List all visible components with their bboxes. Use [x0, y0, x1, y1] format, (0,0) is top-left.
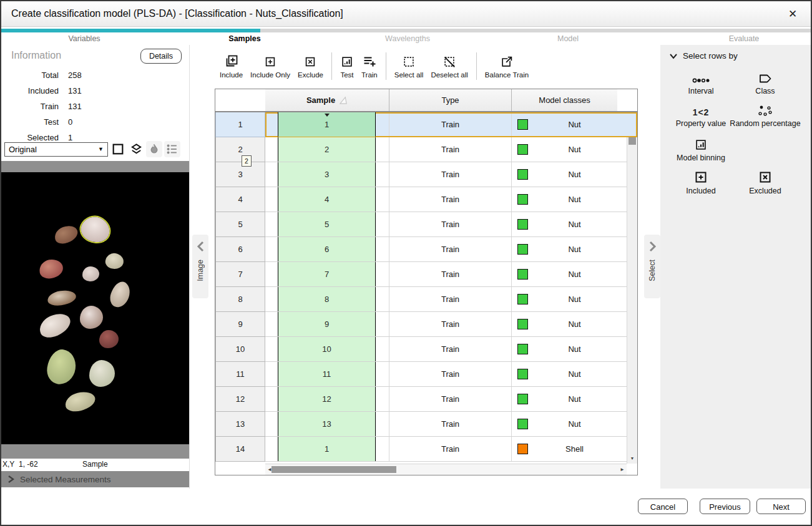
- sample-value-cell[interactable]: 3: [278, 162, 376, 187]
- row-number-cell[interactable]: 3: [215, 162, 265, 187]
- step-model[interactable]: Model: [557, 34, 579, 43]
- sample-cell[interactable]: 10: [265, 337, 389, 361]
- sample-cell[interactable]: 5: [265, 212, 389, 236]
- select-rows-by-header[interactable]: Select rows by: [669, 51, 738, 61]
- type-cell[interactable]: Train: [389, 287, 512, 311]
- sample-value-cell[interactable]: 11: [278, 362, 376, 386]
- model-class-cell[interactable]: Nut: [512, 112, 637, 137]
- close-icon[interactable]: ✕: [785, 6, 801, 22]
- image-view-dropdown[interactable]: Original ▼: [4, 142, 108, 157]
- model-class-cell[interactable]: Shell: [512, 437, 637, 461]
- type-cell[interactable]: Train: [389, 237, 512, 261]
- type-cell[interactable]: Train: [389, 337, 512, 361]
- test-button[interactable]: Test: [336, 52, 358, 79]
- model-class-cell[interactable]: Nut: [512, 362, 637, 386]
- type-cell[interactable]: Train: [389, 312, 512, 336]
- model-class-cell[interactable]: Nut: [512, 412, 637, 436]
- type-cell[interactable]: Train: [389, 162, 512, 187]
- row-number-cell[interactable]: 11: [215, 362, 265, 387]
- sample-value-cell[interactable]: 2: [278, 137, 376, 162]
- model-class-cell[interactable]: Nut: [512, 187, 637, 212]
- type-cell[interactable]: Train: [389, 112, 512, 137]
- sample-value-cell[interactable]: 8: [278, 287, 376, 311]
- row-number-cell[interactable]: 7: [215, 262, 265, 287]
- horizontal-scroll-thumb[interactable]: [271, 466, 396, 473]
- type-cell[interactable]: Train: [389, 437, 512, 461]
- select-by-model-binning[interactable]: Model binning: [660, 137, 741, 162]
- type-cell[interactable]: Train: [389, 262, 512, 286]
- type-cell[interactable]: Train: [389, 187, 512, 212]
- image-scrollbar-top[interactable]: [1, 161, 189, 172]
- corner-header-cell[interactable]: [215, 89, 265, 111]
- selected-measurements-section[interactable]: Selected Measurements: [1, 471, 189, 487]
- model-class-cell[interactable]: Nut: [512, 162, 637, 187]
- model-class-cell[interactable]: Nut: [512, 387, 637, 411]
- droplet-icon[interactable]: [146, 141, 162, 157]
- sample-value-cell[interactable]: 7: [278, 262, 376, 286]
- type-cell[interactable]: Train: [389, 387, 512, 411]
- row-number-cell[interactable]: 9: [215, 312, 265, 337]
- include-only-button[interactable]: Include Only: [247, 52, 294, 79]
- rectangle-select-icon[interactable]: [110, 141, 126, 157]
- type-column-header[interactable]: Type: [389, 89, 512, 111]
- include-button[interactable]: Include: [216, 52, 247, 79]
- sample-cell[interactable]: 1: [265, 437, 389, 461]
- row-number-cell[interactable]: 12: [215, 387, 265, 412]
- model-class-cell[interactable]: Nut: [512, 337, 637, 361]
- row-number-cell[interactable]: 14: [215, 437, 265, 462]
- type-cell[interactable]: Train: [389, 412, 512, 436]
- sample-value-cell[interactable]: 10: [278, 337, 376, 361]
- select-all-button[interactable]: Select all: [391, 52, 428, 79]
- model-class-cell[interactable]: Nut: [512, 237, 637, 261]
- step-evaluate[interactable]: Evaluate: [729, 34, 760, 43]
- type-cell[interactable]: Train: [389, 137, 512, 162]
- model-class-cell[interactable]: Nut: [512, 262, 637, 286]
- sample-value-cell[interactable]: 4: [278, 187, 376, 212]
- sample-column-header[interactable]: Sample: [265, 89, 389, 111]
- row-number-cell[interactable]: 8: [215, 287, 265, 312]
- select-collapse-tab[interactable]: Select: [644, 235, 660, 298]
- details-button[interactable]: Details: [140, 49, 182, 64]
- row-number-cell[interactable]: 13: [215, 412, 265, 437]
- sample-value-cell[interactable]: 6: [278, 237, 376, 261]
- step-wavelengths[interactable]: Wavelengths: [385, 34, 430, 43]
- image-collapse-tab[interactable]: Image: [192, 235, 208, 298]
- layers-icon[interactable]: [128, 141, 144, 157]
- model-classes-column-header[interactable]: Model classes: [512, 89, 617, 111]
- sample-cell[interactable]: 6: [265, 237, 389, 261]
- model-class-cell[interactable]: Nut: [512, 137, 637, 162]
- select-excluded[interactable]: Excluded: [725, 170, 806, 195]
- sample-cell[interactable]: 13: [265, 412, 389, 436]
- model-class-cell[interactable]: Nut: [512, 312, 637, 336]
- sample-cell[interactable]: 3: [265, 162, 389, 187]
- cancel-button[interactable]: Cancel: [638, 499, 688, 514]
- sample-value-cell[interactable]: 1: [278, 437, 376, 461]
- balance-train-button[interactable]: Balance Train: [481, 52, 532, 79]
- sample-value-cell[interactable]: 13: [278, 412, 376, 436]
- sample-cell[interactable]: 8: [265, 287, 389, 311]
- sample-cell[interactable]: 1: [265, 112, 389, 137]
- step-variables[interactable]: Variables: [68, 34, 100, 43]
- previous-button[interactable]: Previous: [700, 499, 750, 514]
- sample-value-cell[interactable]: 5: [278, 212, 376, 236]
- next-button[interactable]: Next: [756, 499, 806, 514]
- step-samples[interactable]: Samples: [228, 34, 260, 43]
- type-cell[interactable]: Train: [389, 212, 512, 236]
- sample-value-cell[interactable]: 12: [278, 387, 376, 411]
- type-cell[interactable]: Train: [389, 362, 512, 386]
- sample-value-cell[interactable]: 9: [278, 312, 376, 336]
- sample-value-cell[interactable]: 1: [278, 112, 376, 137]
- image-scrollbar-bottom[interactable]: [1, 444, 189, 459]
- row-number-cell[interactable]: 6: [215, 237, 265, 262]
- row-number-cell[interactable]: 5: [215, 212, 265, 237]
- select-by-random-percentage[interactable]: Random percentage: [725, 102, 806, 128]
- model-class-cell[interactable]: Nut: [512, 212, 637, 236]
- model-class-cell[interactable]: Nut: [512, 287, 637, 311]
- sample-cell[interactable]: 9: [265, 312, 389, 336]
- sample-cell[interactable]: 11: [265, 362, 389, 386]
- vertical-scrollbar[interactable]: ▲ ▼: [627, 112, 637, 464]
- sample-cell[interactable]: 2: [265, 137, 389, 162]
- list-icon[interactable]: [164, 141, 180, 157]
- row-number-cell[interactable]: 10: [215, 337, 265, 362]
- sample-cell[interactable]: 4: [265, 187, 389, 212]
